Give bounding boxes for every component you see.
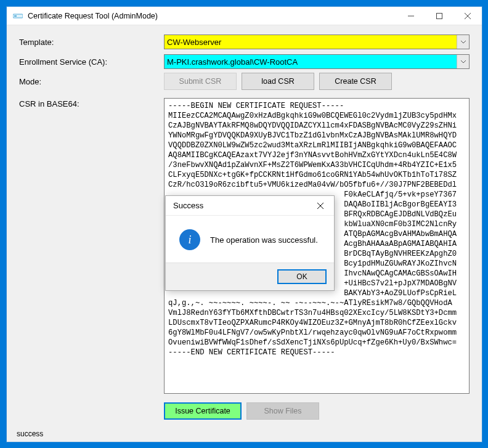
- statusbar: success: [7, 425, 482, 442]
- titlebar: Certificate Request Tool (AdminMode): [7, 7, 482, 25]
- info-icon: i: [179, 229, 200, 250]
- dialog-ok-button[interactable]: OK: [277, 269, 327, 284]
- template-select-value: CW-Webserver: [167, 38, 221, 47]
- window-title: Certificate Request Tool (AdminMode): [28, 12, 397, 20]
- svg-rect-1: [14, 15, 17, 17]
- dialog-message: The operation was successful.: [210, 235, 318, 245]
- create-csr-button[interactable]: Create CSR: [319, 73, 392, 90]
- chevron-down-icon: [457, 35, 469, 49]
- main-window: Certificate Request Tool (AdminMode) Tem…: [6, 6, 482, 442]
- load-csr-button[interactable]: load CSR: [242, 73, 314, 90]
- app-icon: [13, 12, 23, 20]
- chevron-down-icon: [457, 55, 469, 68]
- template-label: Template:: [19, 38, 164, 47]
- mode-label: Mode:: [19, 77, 164, 86]
- csr-label: CSR in BASE64:: [19, 98, 164, 394]
- status-text: success: [17, 430, 43, 438]
- success-dialog: Success i The operation was successful. …: [165, 195, 335, 291]
- issue-certificate-button[interactable]: Issue Certificate: [164, 402, 242, 420]
- submit-csr-button: Submit CSR: [164, 73, 237, 90]
- dialog-title: Success: [173, 201, 203, 210]
- template-select[interactable]: CW-Webserver: [164, 35, 470, 49]
- enrollment-select-value: M-PKI.crashwork.global\CW-RootCA: [167, 57, 298, 67]
- maximize-button[interactable]: [425, 7, 453, 25]
- enrollment-label: Enrollment Service (CA):: [19, 57, 164, 67]
- svg-rect-3: [437, 13, 442, 18]
- dialog-close-button[interactable]: [311, 197, 330, 214]
- minimize-button[interactable]: [397, 7, 425, 25]
- show-files-button: Show Files: [246, 402, 319, 420]
- enrollment-select[interactable]: M-PKI.crashwork.global\CW-RootCA: [164, 54, 470, 69]
- close-button[interactable]: [453, 7, 482, 25]
